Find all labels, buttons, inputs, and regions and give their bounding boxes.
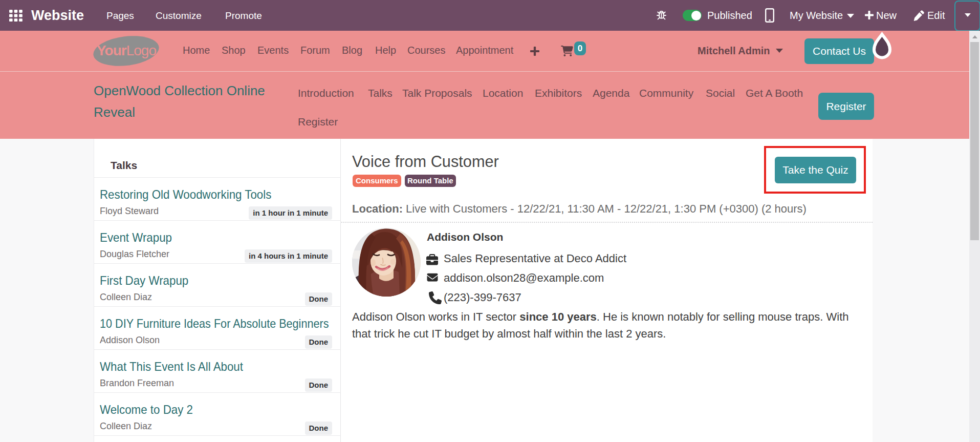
svg-text:YourLogo: YourLogo bbox=[97, 43, 156, 58]
